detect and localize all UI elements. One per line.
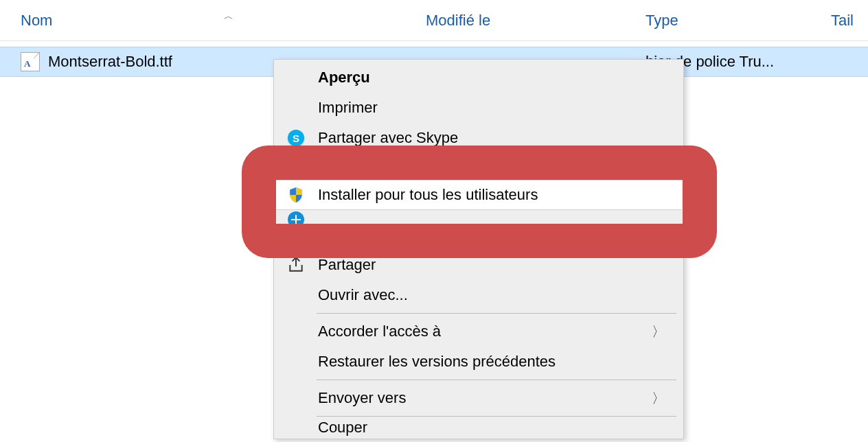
menu-separator: [317, 156, 676, 156]
menu-label-restore-versions: Restaurer les versions précédentes: [318, 353, 682, 371]
chevron-right-icon: 〉: [652, 323, 665, 341]
menu-label-preview: Aperçu: [318, 69, 682, 86]
menu-item-cut[interactable]: Couper: [275, 419, 682, 436]
menu-icon-empty: [286, 68, 306, 87]
menu-label-send-to: Envoyer vers: [318, 389, 639, 407]
column-name-label: Nom: [21, 12, 52, 29]
menu-item-preview[interactable]: Aperçu: [275, 62, 682, 93]
menu-item-partial[interactable]: [275, 210, 682, 229]
menu-label-install-all: Installer pour tous les utilisateurs: [318, 186, 682, 204]
menu-item-share-skype[interactable]: S Partager avec Skype: [275, 123, 682, 153]
column-modified-label: Modifié le: [426, 12, 490, 29]
menu-item-grant-access[interactable]: Accorder l'accès à 〉: [275, 316, 682, 347]
chevron-right-icon: 〉: [652, 389, 665, 408]
share-icon: [286, 255, 306, 275]
menu-icon-empty: [286, 98, 306, 117]
column-type-label: Type: [646, 12, 678, 29]
menu-item-install-all-users[interactable]: Installer pour tous les utilisateurs: [275, 180, 682, 210]
menu-label-open-with: Ouvrir avec...: [318, 286, 682, 304]
menu-icon-empty: [286, 322, 306, 341]
menu-label-share: Partager: [318, 256, 682, 274]
menu-separator: [317, 380, 676, 380]
menu-icon-empty: [286, 419, 306, 436]
menu-separator: [317, 416, 676, 417]
column-header-modified[interactable]: Modifié le: [426, 12, 646, 30]
column-header-size[interactable]: Tail: [831, 12, 868, 30]
menu-label-share-skype: Partager avec Skype: [318, 129, 682, 147]
menu-label-print: Imprimer: [318, 99, 682, 117]
menu-icon-empty: [286, 388, 306, 408]
menu-icon-empty: [286, 286, 306, 305]
column-header-name[interactable]: Nom ︿: [21, 12, 426, 30]
menu-label-grant-access: Accorder l'accès à: [318, 323, 639, 340]
uac-shield-icon: [286, 185, 306, 205]
menu-item-share[interactable]: Partager: [275, 250, 682, 280]
column-size-label: Tail: [831, 12, 854, 29]
column-header-type[interactable]: Type: [646, 12, 831, 30]
font-icon-letter: A: [24, 58, 30, 69]
menu-item-print[interactable]: Imprimer: [275, 93, 682, 123]
font-file-icon: A: [21, 52, 40, 71]
menu-icon-empty: [286, 352, 306, 371]
menu-item-restore-versions[interactable]: Restaurer les versions précédentes: [275, 347, 682, 377]
menu-label-cut: Couper: [318, 419, 682, 436]
file-name: Montserrat-Bold.ttf: [48, 53, 172, 71]
sort-indicator-icon: ︿: [224, 10, 233, 23]
context-menu: Aperçu Imprimer S Partager avec Skype In…: [273, 59, 684, 439]
column-header-row: Nom ︿ Modifié le Type Tail: [0, 0, 868, 41]
generic-app-icon: [286, 210, 306, 229]
skype-icon: S: [286, 128, 306, 148]
menu-item-open-with[interactable]: Ouvrir avec...: [275, 280, 682, 310]
menu-separator: [317, 313, 676, 314]
menu-item-send-to[interactable]: Envoyer vers 〉: [275, 383, 682, 413]
